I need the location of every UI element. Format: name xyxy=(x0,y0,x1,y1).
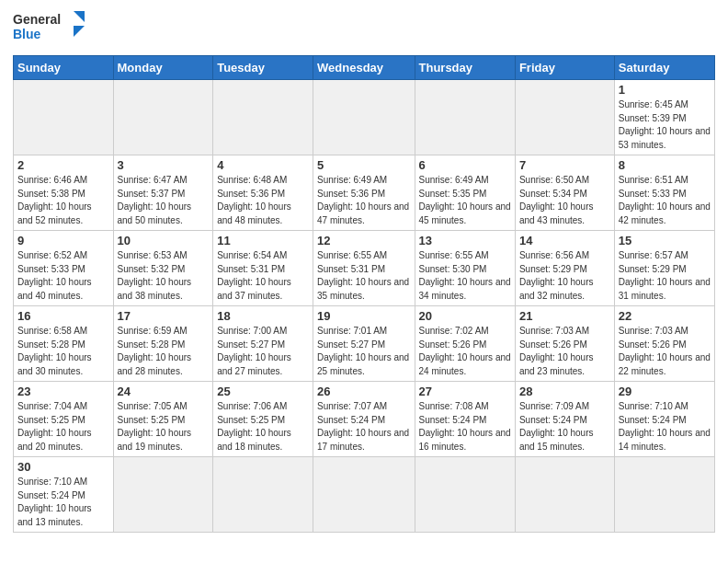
calendar-cell xyxy=(415,80,515,155)
day-info: Sunrise: 6:54 AM Sunset: 5:31 PM Dayligh… xyxy=(217,249,309,303)
calendar-cell: 23Sunrise: 7:04 AM Sunset: 5:25 PM Dayli… xyxy=(14,382,114,457)
day-number: 21 xyxy=(519,309,610,323)
logo: GeneralBlue xyxy=(13,9,86,48)
day-header-thursday: Thursday xyxy=(415,56,515,80)
calendar-cell: 26Sunrise: 7:07 AM Sunset: 5:24 PM Dayli… xyxy=(313,382,415,457)
calendar-table: SundayMondayTuesdayWednesdayThursdayFrid… xyxy=(13,55,715,533)
calendar-cell: 5Sunrise: 6:49 AM Sunset: 5:36 PM Daylig… xyxy=(313,155,415,231)
day-number: 19 xyxy=(317,309,410,323)
calendar-cell: 3Sunrise: 6:47 AM Sunset: 5:37 PM Daylig… xyxy=(113,155,213,231)
day-header-friday: Friday xyxy=(515,56,614,80)
day-header-monday: Monday xyxy=(113,56,213,80)
calendar-cell: 29Sunrise: 7:10 AM Sunset: 5:24 PM Dayli… xyxy=(614,382,714,457)
day-info: Sunrise: 7:07 AM Sunset: 5:24 PM Dayligh… xyxy=(317,400,410,454)
calendar-cell: 17Sunrise: 6:59 AM Sunset: 5:28 PM Dayli… xyxy=(113,306,213,382)
calendar-cell: 28Sunrise: 7:09 AM Sunset: 5:24 PM Dayli… xyxy=(515,382,614,457)
day-info: Sunrise: 6:49 AM Sunset: 5:35 PM Dayligh… xyxy=(419,174,511,227)
day-info: Sunrise: 6:58 AM Sunset: 5:28 PM Dayligh… xyxy=(17,325,109,378)
day-number: 26 xyxy=(317,385,410,398)
day-number: 4 xyxy=(217,158,309,172)
day-number: 3 xyxy=(118,158,210,172)
calendar-cell: 13Sunrise: 6:55 AM Sunset: 5:30 PM Dayli… xyxy=(415,231,515,306)
day-header-tuesday: Tuesday xyxy=(213,56,313,80)
day-info: Sunrise: 6:57 AM Sunset: 5:29 PM Dayligh… xyxy=(619,249,711,303)
day-number: 14 xyxy=(519,234,610,247)
calendar-cell: 21Sunrise: 7:03 AM Sunset: 5:26 PM Dayli… xyxy=(515,306,614,382)
calendar-cell: 22Sunrise: 7:03 AM Sunset: 5:26 PM Dayli… xyxy=(614,306,714,382)
day-number: 17 xyxy=(118,309,210,323)
day-number: 2 xyxy=(17,158,109,172)
day-number: 5 xyxy=(317,158,410,172)
calendar-cell xyxy=(213,80,313,155)
day-info: Sunrise: 7:06 AM Sunset: 5:25 PM Dayligh… xyxy=(217,400,309,454)
calendar-cell xyxy=(213,457,313,533)
day-number: 23 xyxy=(17,385,109,398)
day-info: Sunrise: 7:05 AM Sunset: 5:25 PM Dayligh… xyxy=(118,400,210,454)
day-number: 25 xyxy=(217,385,309,398)
day-number: 15 xyxy=(619,234,711,247)
day-number: 8 xyxy=(619,158,711,172)
day-info: Sunrise: 7:09 AM Sunset: 5:24 PM Dayligh… xyxy=(519,400,610,454)
calendar-cell xyxy=(14,80,114,155)
calendar-week-2: 9Sunrise: 6:52 AM Sunset: 5:33 PM Daylig… xyxy=(14,231,715,306)
calendar-cell: 16Sunrise: 6:58 AM Sunset: 5:28 PM Dayli… xyxy=(14,306,114,382)
calendar-cell: 8Sunrise: 6:51 AM Sunset: 5:33 PM Daylig… xyxy=(614,155,714,231)
calendar-week-0: 1Sunrise: 6:45 AM Sunset: 5:39 PM Daylig… xyxy=(14,80,715,155)
day-info: Sunrise: 6:45 AM Sunset: 5:39 PM Dayligh… xyxy=(619,98,711,152)
calendar-cell: 24Sunrise: 7:05 AM Sunset: 5:25 PM Dayli… xyxy=(113,382,213,457)
day-info: Sunrise: 6:55 AM Sunset: 5:30 PM Dayligh… xyxy=(419,249,511,303)
day-number: 28 xyxy=(519,385,610,398)
svg-text:General: General xyxy=(13,12,61,27)
day-info: Sunrise: 7:03 AM Sunset: 5:26 PM Dayligh… xyxy=(619,325,711,378)
day-info: Sunrise: 6:48 AM Sunset: 5:36 PM Dayligh… xyxy=(217,174,309,227)
day-number: 13 xyxy=(419,234,511,247)
day-number: 9 xyxy=(17,234,109,247)
header: GeneralBlue xyxy=(13,9,715,48)
calendar-week-1: 2Sunrise: 6:46 AM Sunset: 5:38 PM Daylig… xyxy=(14,155,715,231)
day-number: 18 xyxy=(217,309,309,323)
calendar-cell xyxy=(113,457,213,533)
day-number: 27 xyxy=(419,385,511,398)
calendar-cell: 1Sunrise: 6:45 AM Sunset: 5:39 PM Daylig… xyxy=(614,80,714,155)
day-info: Sunrise: 6:56 AM Sunset: 5:29 PM Dayligh… xyxy=(519,249,610,303)
svg-text:Blue: Blue xyxy=(13,27,41,41)
day-header-wednesday: Wednesday xyxy=(313,56,415,80)
calendar-cell: 7Sunrise: 6:50 AM Sunset: 5:34 PM Daylig… xyxy=(515,155,614,231)
day-info: Sunrise: 6:46 AM Sunset: 5:38 PM Dayligh… xyxy=(17,174,109,227)
calendar-cell: 20Sunrise: 7:02 AM Sunset: 5:26 PM Dayli… xyxy=(415,306,515,382)
svg-marker-3 xyxy=(74,26,85,37)
day-info: Sunrise: 7:10 AM Sunset: 5:24 PM Dayligh… xyxy=(17,476,109,529)
day-info: Sunrise: 7:08 AM Sunset: 5:24 PM Dayligh… xyxy=(419,400,511,454)
calendar-week-5: 30Sunrise: 7:10 AM Sunset: 5:24 PM Dayli… xyxy=(14,457,715,533)
calendar-cell: 6Sunrise: 6:49 AM Sunset: 5:35 PM Daylig… xyxy=(415,155,515,231)
day-number: 30 xyxy=(17,460,109,474)
calendar-cell: 9Sunrise: 6:52 AM Sunset: 5:33 PM Daylig… xyxy=(14,231,114,306)
day-number: 12 xyxy=(317,234,410,247)
calendar-cell: 2Sunrise: 6:46 AM Sunset: 5:38 PM Daylig… xyxy=(14,155,114,231)
day-info: Sunrise: 6:59 AM Sunset: 5:28 PM Dayligh… xyxy=(118,325,210,378)
day-number: 1 xyxy=(619,83,711,97)
calendar-cell xyxy=(515,457,614,533)
day-number: 11 xyxy=(217,234,309,247)
day-info: Sunrise: 6:49 AM Sunset: 5:36 PM Dayligh… xyxy=(317,174,410,227)
calendar-week-4: 23Sunrise: 7:04 AM Sunset: 5:25 PM Dayli… xyxy=(14,382,715,457)
day-header-saturday: Saturday xyxy=(614,56,714,80)
calendar-week-3: 16Sunrise: 6:58 AM Sunset: 5:28 PM Dayli… xyxy=(14,306,715,382)
calendar-cell xyxy=(415,457,515,533)
day-number: 24 xyxy=(118,385,210,398)
calendar-container: GeneralBlue SundayMondayTuesdayWednesday… xyxy=(0,0,728,542)
calendar-cell: 18Sunrise: 7:00 AM Sunset: 5:27 PM Dayli… xyxy=(213,306,313,382)
calendar-cell: 11Sunrise: 6:54 AM Sunset: 5:31 PM Dayli… xyxy=(213,231,313,306)
calendar-cell xyxy=(515,80,614,155)
day-info: Sunrise: 7:00 AM Sunset: 5:27 PM Dayligh… xyxy=(217,325,309,378)
day-info: Sunrise: 6:50 AM Sunset: 5:34 PM Dayligh… xyxy=(519,174,610,227)
calendar-cell: 30Sunrise: 7:10 AM Sunset: 5:24 PM Dayli… xyxy=(14,457,114,533)
calendar-cell: 4Sunrise: 6:48 AM Sunset: 5:36 PM Daylig… xyxy=(213,155,313,231)
day-info: Sunrise: 7:03 AM Sunset: 5:26 PM Dayligh… xyxy=(519,325,610,378)
calendar-cell: 12Sunrise: 6:55 AM Sunset: 5:31 PM Dayli… xyxy=(313,231,415,306)
day-info: Sunrise: 6:51 AM Sunset: 5:33 PM Dayligh… xyxy=(619,174,711,227)
day-number: 10 xyxy=(118,234,210,247)
day-info: Sunrise: 7:04 AM Sunset: 5:25 PM Dayligh… xyxy=(17,400,109,454)
day-number: 7 xyxy=(519,158,610,172)
calendar-cell: 27Sunrise: 7:08 AM Sunset: 5:24 PM Dayli… xyxy=(415,382,515,457)
